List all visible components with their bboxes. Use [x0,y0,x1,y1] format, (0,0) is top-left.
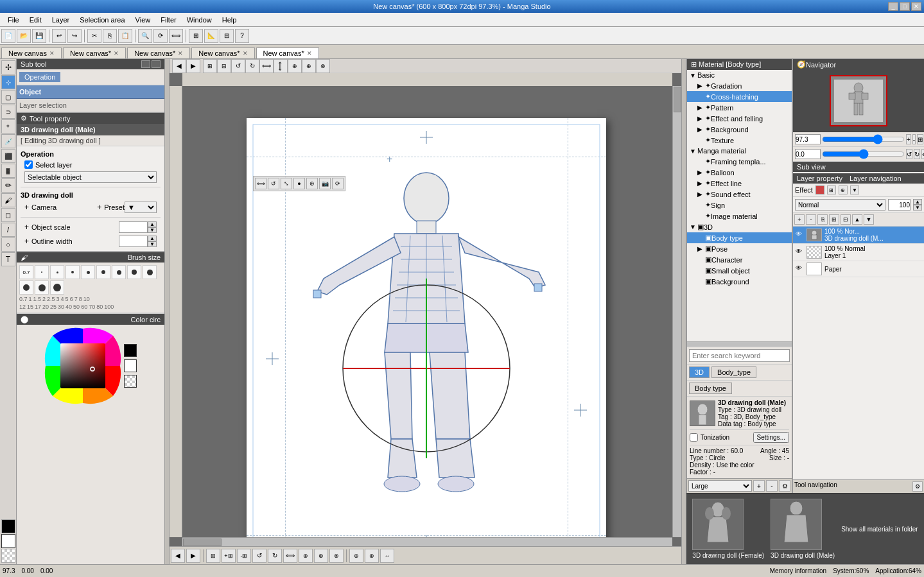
hscroll-thumb[interactable] [183,538,222,546]
layer-nav-tab[interactable]: Layer navigation [850,175,902,182]
page-prev-btn[interactable]: ◀ [171,549,185,563]
brush-2[interactable] [65,265,80,279]
tree-3d[interactable]: ▼ ▣ 3D [687,221,792,232]
mid-sep-right[interactable] [681,59,686,564]
layer-merge-btn[interactable]: ⊟ [841,214,851,225]
layer-tool-btn[interactable]: ⚙ [912,481,923,492]
menu-edit[interactable]: Edit [24,15,47,25]
mat-del-btn[interactable]: - [766,480,778,492]
layer-eye-1[interactable]: 👁 [796,248,805,257]
scale-icon[interactable]: + [24,223,29,232]
tonization-checkbox[interactable] [690,433,698,442]
canvas-flip-h[interactable]: ⟺ [283,549,297,563]
effect-extra-btn[interactable]: ⊕ [839,185,848,194]
zoom-slider[interactable] [822,135,905,143]
tag-body-btn[interactable]: Body type [689,383,732,394]
brush-15[interactable] [50,265,64,279]
tree-background2[interactable]: ▣ Background [687,276,792,287]
mid-sep-left[interactable] [164,59,170,564]
tree-texture[interactable]: ✦ Texture [687,135,792,146]
zoom-fit-btn[interactable]: ⊞ [917,134,923,144]
preset-expand-icon[interactable]: + [97,203,101,212]
vscroll-thumb[interactable] [674,87,681,112]
gradient-tool[interactable]: ▓ [1,164,15,178]
tab-close-1[interactable]: ✕ [114,50,119,56]
rot-input[interactable] [795,149,821,159]
tree-image-mat[interactable]: ✦ Image material [687,211,792,221]
undo-btn[interactable]: ↩ [52,29,66,43]
save-btn[interactable]: 💾 [32,29,46,43]
layer-dup-btn[interactable]: ⎘ [817,214,828,225]
layer-entry-3d[interactable]: 👁 100 % Nor... 3D drawing doll (M... [793,227,924,244]
menu-selection[interactable]: Selection area [74,15,130,25]
tree-background1[interactable]: ▶ ✦ Background [687,124,792,135]
layer-down-btn[interactable]: ▼ [864,214,874,225]
canvas-extra1[interactable]: ⊕ [299,549,313,563]
tab-4[interactable]: New canvas* ✕ [256,47,319,58]
tree-manga-mat[interactable]: ▼ Manga material [687,146,792,156]
rot-slider[interactable] [822,150,905,158]
pen-tool[interactable]: ✏ [1,178,15,193]
tab-0[interactable]: New canvas ✕ [1,47,62,58]
layer-entry-paper[interactable]: 👁 Paper [793,261,924,277]
brush-1[interactable] [35,265,49,279]
rot-l-btn[interactable]: ↺ [906,149,912,159]
effect-grid-btn[interactable]: ⊞ [827,185,836,194]
canvas-zoom-in[interactable]: +⊞ [222,549,236,563]
canvas-extra5[interactable]: ⊕ [365,549,379,563]
flip-h-btn[interactable]: ⟺ [921,149,924,159]
subtool-menu-btn[interactable] [141,60,150,68]
opacity-down[interactable]: ▼ [913,205,922,211]
canvas-extra2[interactable]: ⊕ [314,549,328,563]
opacity-up[interactable]: ▲ [913,199,922,205]
operation-tool[interactable]: ⊹ [1,75,15,89]
canvas-vscroll[interactable] [672,86,681,537]
transparency[interactable] [1,549,15,563]
blend-select[interactable]: Normal [795,199,885,211]
mirror-h[interactable]: ⟺ [259,59,274,73]
minimize-btn[interactable]: _ [888,2,898,11]
preset-select[interactable]: ▼ [125,202,157,213]
menu-window[interactable]: Window [182,15,217,25]
zoom-in-btn[interactable]: + [906,134,911,144]
canvas-zoom-out[interactable]: -⊞ [237,549,251,563]
tab-close-3[interactable]: ✕ [243,50,248,56]
tab-3[interactable]: New canvas* ✕ [191,47,254,58]
female-thumb[interactable] [692,499,744,550]
menu-view[interactable]: View [130,15,156,25]
move-tool[interactable]: ✢ [1,60,15,74]
effect-color-btn[interactable] [815,185,824,194]
layer-eye-paper[interactable]: 👁 [796,264,805,273]
show-all-link[interactable]: Show all materials in folder [841,526,918,533]
canvas-rot-l[interactable]: ↺ [252,549,266,563]
close-btn[interactable]: ✕ [911,2,921,11]
fit-btn[interactable]: ⊞ [203,59,217,73]
male-thumb[interactable] [771,499,822,550]
redo-btn[interactable]: ↪ [67,29,82,43]
brush-8[interactable] [35,280,49,295]
select-tool[interactable]: ▢ [1,90,15,104]
tree-effect-line[interactable]: ▶ ✦ Effect line [687,178,792,189]
guide-btn[interactable]: ⊟ [220,29,234,43]
crop-tool[interactable]: ⌗ [1,119,15,133]
tab-close-2[interactable]: ✕ [178,50,183,56]
layer-entry-1[interactable]: 👁 100 % Normal Layer 1 [793,244,924,261]
tree-crosshatching[interactable]: ✦ Cross-hatching [687,91,792,102]
subtool-close-btn[interactable] [152,60,161,68]
outline-down-btn[interactable]: ▼ [148,241,157,247]
tree-framing[interactable]: ✦ Framing templa... [687,156,792,167]
fig-move-btn[interactable]: ⟺ [255,178,266,189]
brush-tool[interactable]: 🖌 [1,193,15,207]
tab-2[interactable]: New canvas* ✕ [127,47,190,58]
tab-1[interactable]: New canvas* ✕ [63,47,126,58]
mat-hscroll[interactable] [687,341,792,347]
outline-width-input[interactable]: 20 [119,236,148,247]
tag-body-type-btn[interactable]: Body_type [711,366,756,378]
layer-group-btn[interactable]: ⊞ [829,214,839,225]
zoom-input[interactable] [795,134,821,144]
fig-reset-btn[interactable]: ⟳ [332,178,344,189]
lasso-tool[interactable]: ⊃ [1,105,15,119]
zoom-out-btn[interactable]: - [912,134,916,144]
fig-joint-btn[interactable]: ● [293,178,305,189]
brush-4[interactable] [112,265,126,279]
